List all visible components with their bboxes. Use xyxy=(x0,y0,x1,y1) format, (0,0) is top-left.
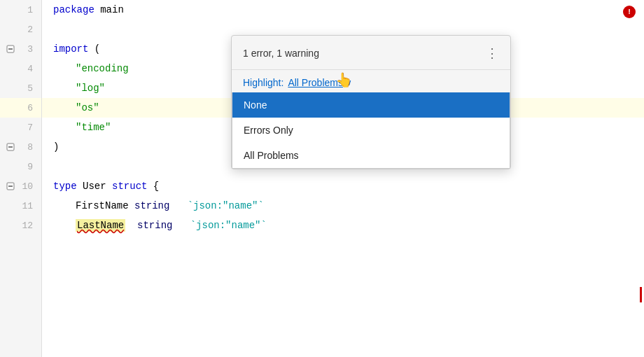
code-line-1: package main xyxy=(42,0,644,20)
fold-icon-8[interactable] xyxy=(6,142,15,152)
more-options-icon[interactable]: ⋮ xyxy=(486,46,499,61)
line-number-11: 11 xyxy=(0,196,41,216)
line-number-3: 3 xyxy=(0,39,41,59)
menu-item-errors-only[interactable]: Errors Only xyxy=(232,118,510,143)
import-log: "log" xyxy=(76,83,105,94)
fold-icon-3[interactable] xyxy=(6,44,15,54)
code-line-11: FirstName string `json:"name"` xyxy=(42,196,644,216)
line-number-2: 2 xyxy=(0,20,41,39)
code-space-2 xyxy=(125,220,137,231)
field-lastname: LastName xyxy=(76,219,125,232)
menu-item-none[interactable]: None xyxy=(232,92,510,118)
dropdown-arrow-icon[interactable]: ∨ xyxy=(346,78,352,88)
line-number-4: 4 xyxy=(0,59,41,78)
import-time: "time" xyxy=(76,122,111,133)
line-number-7: 7 xyxy=(0,118,41,137)
highlight-row: Highlight: All Problems ∨ 👆 xyxy=(232,70,510,92)
dropdown-menu: None Errors Only All Problems xyxy=(232,92,510,169)
line-number-10: 10 xyxy=(0,176,41,196)
keyword-import: import xyxy=(53,43,88,55)
code-text: ( xyxy=(88,43,100,55)
line-number-9: 9 xyxy=(0,157,41,176)
line-number-6: 6 xyxy=(0,98,41,118)
keyword-package: package xyxy=(53,4,94,15)
code-line-10: type User struct { xyxy=(42,176,644,196)
error-indicator: ! xyxy=(623,6,636,18)
tag-name-1: `json:"name"` xyxy=(188,200,264,211)
field-firstname: FirstName xyxy=(76,200,134,211)
code-text: main xyxy=(94,4,124,15)
line-gutter: 1 2 3 4 5 6 7 8 9 xyxy=(0,0,42,357)
line-number-1: 1 xyxy=(0,0,41,20)
fold-icon-10[interactable] xyxy=(6,181,15,191)
tag-name-2: `json:"name"` xyxy=(190,220,267,231)
error-scrollbar-marker xyxy=(640,287,642,302)
menu-item-all-problems[interactable]: All Problems xyxy=(232,143,510,168)
code-editor: 1 2 3 4 5 6 7 8 9 xyxy=(0,0,644,357)
code-space-3 xyxy=(172,220,190,231)
line-number-8: 8 xyxy=(0,137,41,157)
type-string-1: string xyxy=(134,200,169,211)
keyword-struct: struct xyxy=(112,181,147,192)
popup-title: 1 error, 1 warning xyxy=(243,48,319,59)
closing-paren: ) xyxy=(53,141,59,153)
highlight-label: Highlight: xyxy=(243,77,284,88)
keyword-type: type xyxy=(53,181,77,192)
type-string-2: string xyxy=(137,220,172,231)
code-space xyxy=(169,200,187,211)
code-line-12: LastName string `json:"name"` xyxy=(42,216,644,235)
problems-popup: 1 error, 1 warning ⋮ Highlight: All Prob… xyxy=(231,35,511,169)
line-number-12: 12 xyxy=(0,216,41,235)
popup-header: 1 error, 1 warning ⋮ xyxy=(232,36,510,70)
import-encoding: "encoding xyxy=(76,63,129,74)
line-number-5: 5 xyxy=(0,78,41,98)
import-os: "os" xyxy=(76,102,99,113)
highlight-value-link[interactable]: All Problems xyxy=(288,77,343,88)
code-text: User xyxy=(77,181,112,192)
code-text: { xyxy=(147,181,159,192)
